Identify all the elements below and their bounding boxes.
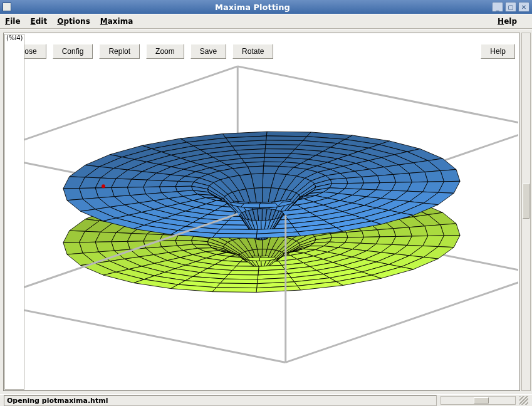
- svg-marker-333: [221, 279, 258, 284]
- replot-button[interactable]: Replot: [99, 44, 140, 59]
- window-titlebar: Maxima Plotting _ ▢ ✕: [0, 0, 532, 14]
- rotate-button[interactable]: Rotate: [232, 44, 273, 59]
- minimize-button[interactable]: _: [492, 2, 503, 12]
- svg-marker-318: [228, 271, 258, 275]
- status-message: Opening plotmaxima.html: [4, 395, 437, 406]
- svg-marker-338: [216, 283, 257, 288]
- svg-marker-343: [266, 132, 311, 137]
- svg-marker-114: [409, 226, 428, 236]
- status-bar: Opening plotmaxima.html: [0, 394, 532, 406]
- save-button[interactable]: Save: [190, 44, 226, 59]
- svg-line-682: [5, 302, 286, 363]
- svg-marker-118: [394, 227, 412, 237]
- svg-marker-175: [112, 241, 130, 251]
- vertical-scroll-thumb[interactable]: [523, 184, 529, 219]
- horizontal-scroll-thumb[interactable]: [474, 397, 489, 403]
- maximize-button[interactable]: ▢: [505, 2, 516, 12]
- config-button[interactable]: Config: [53, 44, 93, 59]
- vertical-scrollbar[interactable]: [521, 33, 531, 391]
- svg-marker-128: [330, 232, 348, 238]
- svg-marker-186: [63, 242, 83, 254]
- svg-marker-367: [265, 149, 295, 154]
- system-menu-icon[interactable]: [3, 3, 11, 11]
- plot-toolbar: Close Config Replot Zoom Save Rotate Hel…: [4, 43, 519, 60]
- window-title: Maxima Plotting: [15, 3, 490, 12]
- svg-marker-127: [346, 231, 363, 237]
- menu-options[interactable]: Options: [57, 17, 90, 26]
- client-area: (%i3) Close Config Replot Zoom Save Rota…: [0, 29, 532, 394]
- svg-marker-454: [362, 175, 380, 183]
- menu-edit[interactable]: Edit: [31, 17, 48, 26]
- help-button[interactable]: Help: [481, 44, 515, 59]
- svg-marker-326: [224, 274, 258, 279]
- svg-marker-449: [394, 173, 412, 182]
- svg-marker-378: [264, 153, 291, 157]
- svg-marker-674: [216, 229, 257, 234]
- svg-marker-342: [212, 288, 257, 293]
- origin-marker-icon: [102, 184, 105, 188]
- svg-marker-352: [266, 140, 303, 145]
- svg-marker-125: [362, 230, 380, 237]
- svg-marker-678: [212, 234, 257, 239]
- close-window-button[interactable]: ✕: [518, 2, 529, 12]
- svg-marker-499: [112, 187, 130, 197]
- svg-marker-474: [175, 181, 194, 186]
- next-cell-id: (%i4): [4, 34, 24, 390]
- menu-bar: File Edit Options Maxima Help: [0, 14, 532, 29]
- svg-marker-452: [378, 174, 396, 182]
- resize-grip-icon[interactable]: [519, 396, 528, 405]
- menu-file[interactable]: File: [5, 17, 21, 26]
- svg-marker-456: [346, 177, 363, 183]
- svg-marker-448: [409, 172, 428, 182]
- svg-line-0: [237, 66, 518, 127]
- svg-marker-508: [63, 188, 83, 200]
- menu-help[interactable]: Help: [498, 17, 517, 26]
- svg-marker-347: [266, 136, 307, 141]
- svg-marker-359: [265, 145, 299, 149]
- svg-marker-121: [378, 229, 396, 237]
- horizontal-scrollbar[interactable]: [441, 396, 516, 405]
- svg-marker-307: [232, 266, 259, 271]
- menu-maxima[interactable]: Maxima: [100, 17, 133, 26]
- plot-canvas[interactable]: [5, 61, 518, 380]
- svg-marker-460: [330, 178, 348, 184]
- svg-marker-473: [159, 180, 178, 187]
- plot-panel: (%i3) Close Config Replot Zoom Save Rota…: [3, 33, 520, 391]
- plot-3d-surface: [5, 61, 518, 380]
- zoom-button[interactable]: Zoom: [146, 44, 184, 59]
